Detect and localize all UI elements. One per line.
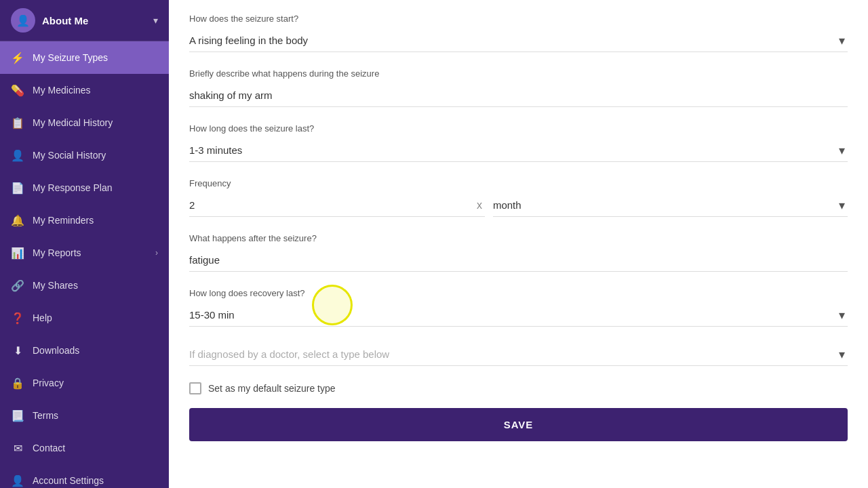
seizure-start-label: How does the seizure start? xyxy=(189,14,848,24)
diagnosed-select-wrapper: If diagnosed by a doctor, select a type … xyxy=(189,343,848,366)
frequency-clear-button[interactable]: x xyxy=(477,199,482,211)
sidebar-item-terms[interactable]: 📃 Terms xyxy=(0,399,169,432)
sidebar-item-label: Help xyxy=(33,312,158,323)
sidebar-item-label: My Reminders xyxy=(33,215,158,226)
sidebar-header[interactable]: 👤 About Me ▾ xyxy=(0,0,169,41)
default-seizure-checkbox[interactable] xyxy=(189,382,201,394)
sidebar-item-response-plan[interactable]: 📄 My Response Plan xyxy=(0,171,169,204)
seizure-start-select-wrapper: A rising feeling in the body A sudden je… xyxy=(189,29,848,52)
describe-label: Briefly describe what happens during the… xyxy=(189,68,848,79)
sidebar-item-shares[interactable]: 🔗 My Shares xyxy=(0,269,169,302)
seizure-start-section: How does the seizure start? A rising fee… xyxy=(189,14,848,52)
shares-icon: 🔗 xyxy=(11,279,24,292)
recovery-section: How long does recovery last? Less than 5… xyxy=(189,288,848,327)
frequency-period-wrapper: day week month year ▾ xyxy=(493,194,848,217)
sidebar-item-social-history[interactable]: 👤 My Social History xyxy=(0,139,169,171)
sidebar-item-label: My Medical History xyxy=(33,117,158,128)
duration-select[interactable]: Less than 30 seconds 30 seconds - 1 minu… xyxy=(189,139,848,162)
seizure-start-select[interactable]: A rising feeling in the body A sudden je… xyxy=(189,29,848,52)
frequency-row: x day week month year ▾ xyxy=(189,194,848,217)
sidebar-item-account-settings[interactable]: 👤 Account Settings xyxy=(0,464,169,488)
sidebar-item-label: My Reports xyxy=(33,247,147,258)
diagnosed-select[interactable]: If diagnosed by a doctor, select a type … xyxy=(189,343,848,366)
diagnosed-section: If diagnosed by a doctor, select a type … xyxy=(189,343,848,366)
frequency-number-input[interactable] xyxy=(189,194,485,217)
after-section: What happens after the seizure? xyxy=(189,233,848,272)
frequency-label: Frequency xyxy=(189,178,848,188)
sidebar-item-reminders[interactable]: 🔔 My Reminders xyxy=(0,204,169,237)
sidebar-item-label: Contact xyxy=(33,443,158,453)
recovery-select-wrapper: Less than 5 min 5-15 min 15-30 min 30-60… xyxy=(189,304,848,327)
default-seizure-checkbox-row: Set as my default seizure type xyxy=(189,382,848,394)
duration-select-wrapper: Less than 30 seconds 30 seconds - 1 minu… xyxy=(189,139,848,162)
sidebar-item-privacy[interactable]: 🔒 Privacy xyxy=(0,367,169,399)
default-seizure-label[interactable]: Set as my default seizure type xyxy=(208,383,336,394)
chevron-down-icon: ▾ xyxy=(153,15,158,26)
duration-label: How long does the seizure last? xyxy=(189,123,848,134)
privacy-icon: 🔒 xyxy=(11,376,24,390)
sidebar-item-contact[interactable]: ✉ Contact xyxy=(0,432,169,464)
sidebar-item-downloads[interactable]: ⬇ Downloads xyxy=(0,334,169,367)
sidebar-item-label: My Response Plan xyxy=(33,182,158,193)
reports-icon: 📊 xyxy=(11,246,24,260)
sidebar-item-reports[interactable]: 📊 My Reports › xyxy=(0,237,169,269)
sidebar-item-medicines[interactable]: 💊 My Medicines xyxy=(0,74,169,106)
help-icon: ❓ xyxy=(11,311,24,325)
sidebar-header-title: About Me xyxy=(42,15,88,26)
medical-history-icon: 📋 xyxy=(11,116,24,129)
sidebar: 👤 About Me ▾ ⚡ My Seizure Types 💊 My Med… xyxy=(0,0,169,488)
sidebar-item-label: My Social History xyxy=(33,150,158,161)
save-button[interactable]: SAVE xyxy=(189,408,848,441)
contact-icon: ✉ xyxy=(11,441,24,455)
sidebar-item-label: Account Settings xyxy=(33,475,158,486)
sidebar-item-label: My Seizure Types xyxy=(33,52,158,63)
terms-icon: 📃 xyxy=(11,409,24,422)
sidebar-item-label: My Medicines xyxy=(33,85,158,96)
response-plan-icon: 📄 xyxy=(11,181,24,195)
after-input[interactable] xyxy=(189,249,848,272)
sidebar-item-label: Privacy xyxy=(33,378,158,388)
avatar: 👤 xyxy=(11,8,35,33)
frequency-section: Frequency x day week month year ▾ xyxy=(189,178,848,217)
after-label: What happens after the seizure? xyxy=(189,233,848,243)
sidebar-item-label: Terms xyxy=(33,410,158,421)
sidebar-item-label: My Shares xyxy=(33,280,158,291)
social-history-icon: 👤 xyxy=(11,148,24,162)
downloads-icon: ⬇ xyxy=(11,344,24,357)
frequency-number-wrapper: x xyxy=(189,194,485,217)
describe-section: Briefly describe what happens during the… xyxy=(189,68,848,107)
sidebar-item-medical-history[interactable]: 📋 My Medical History xyxy=(0,106,169,139)
describe-input[interactable] xyxy=(189,84,848,107)
seizure-icon: ⚡ xyxy=(11,51,24,64)
recovery-select[interactable]: Less than 5 min 5-15 min 15-30 min 30-60… xyxy=(189,304,848,327)
frequency-period-select[interactable]: day week month year xyxy=(493,194,848,217)
recovery-label: How long does recovery last? xyxy=(189,288,848,298)
account-settings-icon: 👤 xyxy=(11,474,24,487)
duration-section: How long does the seizure last? Less tha… xyxy=(189,123,848,162)
reminders-icon: 🔔 xyxy=(11,214,24,227)
sidebar-item-label: Downloads xyxy=(33,345,158,356)
sidebar-item-seizure-types[interactable]: ⚡ My Seizure Types xyxy=(0,41,169,74)
sidebar-item-help[interactable]: ❓ Help xyxy=(0,302,169,334)
medicine-icon: 💊 xyxy=(11,83,24,97)
main-content: How does the seizure start? A rising fee… xyxy=(169,0,868,488)
chevron-right-icon: › xyxy=(155,248,158,258)
